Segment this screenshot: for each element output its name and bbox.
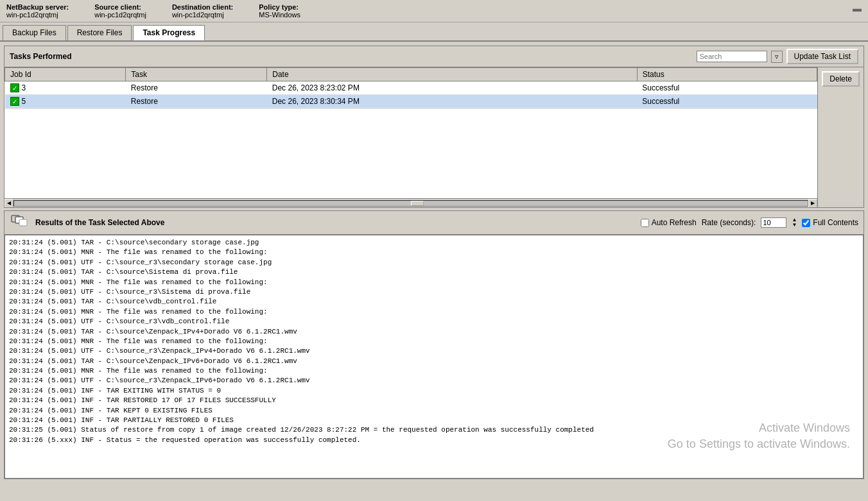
rate-label: Rate (seconds): [702, 218, 756, 227]
full-contents-checkbox[interactable] [802, 219, 810, 227]
destination-client-value: win-pc1d2qrqtmj [172, 11, 233, 19]
table-row[interactable]: ✓ 3 Restore Dec 26, 2023 8:23:02 PM Succ… [5, 81, 817, 95]
tasks-header: Tasks Performed ▿ Update Task List [4, 46, 864, 67]
table-empty-space [4, 108, 817, 198]
policy-type-group: Policy type: MS-Windows [259, 3, 300, 19]
rate-down-arrow[interactable]: ▼ [792, 223, 797, 228]
tasks-table-area: Job Id Task Date Status ✓ [4, 67, 817, 207]
delete-button[interactable]: Delete [822, 71, 860, 87]
cell-status: Successful [637, 95, 817, 108]
log-area[interactable]: 20:31:24 (5.001) TAR - C:\source\seconda… [4, 235, 864, 479]
policy-type-label: Policy type: [259, 3, 300, 11]
rate-stepper[interactable]: ▲ ▼ [792, 217, 797, 228]
log-line: 20:31:24 (5.001) INF - TAR RESTORED 17 O… [9, 396, 859, 405]
table-row[interactable]: ✓ 5 Restore Dec 26, 2023 8:30:34 PM Succ… [5, 95, 817, 108]
scroll-thumb[interactable] [411, 201, 424, 206]
netbackup-server-value: win-pc1d2qrqtmj [6, 11, 69, 19]
log-line: 20:31:24 (5.001) UTF - C:\source_r3\Zenp… [9, 376, 859, 386]
destination-client-label: Destination client: [172, 3, 233, 11]
source-client-group: Source client: win-pc1d2qrqtmj [94, 3, 146, 19]
job-id-value: 5 [22, 97, 26, 106]
cell-status: Successful [637, 81, 817, 95]
main-content: Tasks Performed ▿ Update Task List Job I… [0, 42, 868, 483]
log-line: 20:31:24 (5.001) INF - TAR PARTIALLY RES… [9, 416, 859, 425]
log-line: 20:31:24 (5.001) TAR - C:\source\Zenpack… [9, 327, 859, 337]
scroll-track[interactable] [13, 200, 808, 207]
cell-job-id: ✓ 5 [5, 95, 126, 108]
update-task-list-button[interactable]: Update Task List [786, 49, 859, 64]
job-id-value: 3 [22, 83, 26, 92]
results-title: Results of the Task Selected Above [35, 218, 164, 227]
source-client-value: win-pc1d2qrqtmj [94, 11, 146, 19]
log-line: 20:31:24 (5.001) MNR - The file was rena… [9, 248, 859, 257]
tasks-table: Job Id Task Date Status ✓ [4, 67, 817, 108]
log-line: 20:31:24 (5.001) TAR - C:\source\vdb_con… [9, 297, 859, 307]
results-section: Results of the Task Selected Above Auto … [4, 210, 864, 479]
tab-backup-files[interactable]: Backup Files [3, 25, 66, 40]
log-line: 20:31:25 (5.001) Status of restore from … [9, 425, 859, 435]
refresh-icon[interactable] [10, 214, 29, 232]
log-line: 20:31:24 (5.001) MNR - The file was rena… [9, 337, 859, 346]
scroll-left-arrow[interactable]: ◀ [4, 199, 13, 208]
log-line: 20:31:24 (5.001) TAR - C:\source\Zenpack… [9, 357, 859, 366]
col-status: Status [637, 68, 817, 81]
log-line: 20:31:24 (5.001) TAR - C:\source\Sistema… [9, 267, 859, 277]
col-date: Date [267, 68, 637, 81]
row-check-icon: ✓ [10, 97, 19, 106]
auto-refresh-label[interactable]: Auto Refresh [641, 218, 697, 227]
policy-type-value: MS-Windows [259, 11, 300, 19]
results-header-left: Results of the Task Selected Above [10, 214, 164, 232]
log-line: 20:31:24 (5.001) MNR - The file was rena… [9, 307, 859, 317]
netbackup-server-group: NetBackup server: win-pc1d2qrqtmj [6, 3, 69, 19]
log-line: 20:31:24 (5.001) TAR - C:\source\seconda… [9, 238, 859, 248]
window-icon[interactable]: ▬ [853, 3, 862, 13]
log-line: 20:31:26 (5.xxx) INF - Status = the requ… [9, 436, 859, 445]
cell-date: Dec 26, 2023 8:23:02 PM [267, 81, 637, 95]
header-groups: NetBackup server: win-pc1d2qrqtmj Source… [6, 3, 300, 19]
log-line: 20:31:24 (5.001) UTF - C:\source_r3\seco… [9, 258, 859, 267]
scroll-right-arrow[interactable]: ▶ [808, 199, 817, 208]
log-line: 20:31:24 (5.001) MNR - The file was rena… [9, 278, 859, 287]
col-job-id: Job Id [5, 68, 126, 81]
tasks-body: Job Id Task Date Status ✓ [4, 67, 864, 207]
cell-task: Restore [126, 95, 267, 108]
col-task: Task [126, 68, 267, 81]
search-input[interactable] [697, 51, 767, 62]
results-controls: Auto Refresh Rate (seconds): ▲ ▼ Full Co… [641, 217, 858, 228]
tasks-controls: ▿ Update Task List [697, 49, 859, 64]
auto-refresh-checkbox[interactable] [641, 219, 649, 227]
destination-client-group: Destination client: win-pc1d2qrqtmj [172, 3, 233, 19]
tab-task-progress[interactable]: Task Progress [133, 25, 205, 40]
results-header: Results of the Task Selected Above Auto … [4, 211, 864, 235]
header-bar: NetBackup server: win-pc1d2qrqtmj Source… [0, 0, 868, 22]
tab-restore-files[interactable]: Restore Files [67, 25, 132, 40]
rate-input[interactable] [761, 217, 786, 228]
svg-rect-2 [19, 219, 27, 226]
cell-date: Dec 26, 2023 8:30:34 PM [267, 95, 637, 108]
horizontal-scrollbar[interactable]: ◀ ▶ [4, 198, 817, 207]
log-line: 20:31:24 (5.001) UTF - C:\source_r3\Sist… [9, 287, 859, 297]
tasks-button-area: Delete [817, 67, 864, 207]
tasks-header-title: Tasks Performed [10, 52, 72, 61]
filter-button[interactable]: ▿ [771, 51, 783, 63]
tab-bar: Backup Files Restore Files Task Progress [0, 22, 868, 42]
log-line: 20:31:24 (5.001) INF - TAR EXITING WITH … [9, 386, 859, 396]
log-line: 20:31:24 (5.001) MNR - The file was rena… [9, 366, 859, 376]
log-line: 20:31:24 (5.001) UTF - C:\source_r3\vdb_… [9, 317, 859, 327]
source-client-label: Source client: [94, 3, 146, 11]
log-line: 20:31:24 (5.001) UTF - C:\source_r3\Zenp… [9, 346, 859, 356]
full-contents-label[interactable]: Full Contents [802, 218, 858, 227]
cell-job-id: ✓ 3 [5, 81, 126, 95]
row-check-icon: ✓ [10, 83, 19, 92]
netbackup-server-label: NetBackup server: [6, 3, 69, 11]
tasks-section: Tasks Performed ▿ Update Task List Job I… [4, 46, 864, 208]
log-line: 20:31:24 (5.001) INF - TAR KEPT 0 EXISTI… [9, 406, 859, 416]
cell-task: Restore [126, 81, 267, 95]
